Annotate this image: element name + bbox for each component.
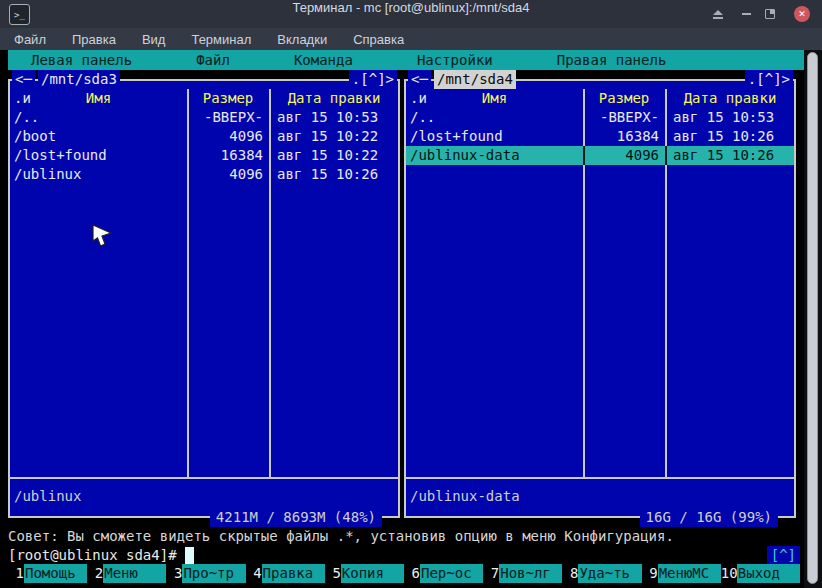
- text-cursor: [185, 547, 194, 564]
- menu-item-view[interactable]: Вид: [142, 32, 166, 47]
- mc-menu-right-panel[interactable]: Правая панель: [557, 50, 667, 70]
- file-row[interactable]: /ublinux 4096 авг 15 10:26: [10, 165, 398, 184]
- column-header-name[interactable]: Имя: [10, 89, 187, 108]
- menu-item-help[interactable]: Справка: [353, 32, 404, 47]
- column-header-size[interactable]: Размер: [585, 89, 663, 108]
- file-row[interactable]: /.. -ВВЕРХ- авг 15 10:53: [406, 108, 794, 127]
- terminal-window: >_ Терминал - mc [root@ublinux]:/mnt/sda…: [0, 0, 822, 588]
- scrollbar-track[interactable]: [804, 50, 822, 588]
- hint-line: Совет: Вы сможете видеть скрытые файлы .…: [8, 527, 800, 546]
- mc-menu-left-panel[interactable]: Левая панель: [31, 50, 132, 70]
- mc-menubar: Левая панель Файл Команда Настройки Прав…: [8, 50, 804, 70]
- left-panel-current-file: /ublinux: [14, 487, 81, 506]
- maximize-button[interactable]: [762, 6, 778, 22]
- right-panel-top-controls[interactable]: .[^]>: [745, 70, 793, 89]
- left-panel-path[interactable]: /mnt/sda3: [38, 70, 120, 89]
- mc-menu-command[interactable]: Команда: [294, 50, 353, 70]
- command-history-indicator[interactable]: [^]: [767, 546, 800, 565]
- panel-status-separator: [406, 477, 794, 479]
- fkey-menu[interactable]: 2 Меню: [87, 564, 166, 583]
- menu-item-tabs[interactable]: Вкладки: [277, 32, 327, 47]
- terminal-viewport[interactable]: Левая панель Файл Команда Настройки Прав…: [0, 50, 822, 588]
- file-row-selected[interactable]: /ublinux-data 4096 авг 15 10:26: [406, 146, 794, 165]
- shade-button[interactable]: [710, 6, 726, 22]
- command-line[interactable]: [root@ublinux sda4]#: [8, 546, 800, 565]
- file-row[interactable]: /lost+found 16384 авг 15 10:26: [406, 127, 794, 146]
- fkey-copy[interactable]: 5 Копия: [325, 564, 404, 583]
- column-header-date[interactable]: Дата правки: [667, 89, 793, 108]
- menu-item-edit[interactable]: Правка: [72, 32, 116, 47]
- mouse-cursor: [91, 222, 115, 250]
- maximize-icon: [765, 9, 775, 19]
- close-icon: ✕: [798, 6, 806, 22]
- fkey-edit[interactable]: 4 Правка: [246, 564, 325, 583]
- fkey-move[interactable]: 6 Пер~ос: [404, 564, 483, 583]
- window-title: Терминал - mc [root@ublinux]:/mnt/sda4: [0, 0, 822, 28]
- column-header-name[interactable]: Имя: [406, 89, 583, 108]
- shade-icon: [713, 10, 723, 15]
- fkey-pulldown[interactable]: 9 МенюМС: [642, 564, 721, 583]
- fkey-mkdir[interactable]: 7 Нов~лг: [483, 564, 562, 583]
- function-key-bar: 1 Помощь 2 Меню 3 Про~тр 4 Правка 5 Копи…: [8, 564, 800, 583]
- window-titlebar[interactable]: >_ Терминал - mc [root@ublinux]:/mnt/sda…: [0, 0, 822, 28]
- right-panel-path[interactable]: /mnt/sda4: [434, 70, 516, 89]
- fkey-delete[interactable]: 8 Уда~ть: [562, 564, 641, 583]
- column-header-date[interactable]: Дата правки: [271, 89, 397, 108]
- mc-menu-options[interactable]: Настройки: [417, 50, 493, 70]
- left-panel-top-controls[interactable]: .[^]>: [349, 70, 397, 89]
- app-menubar: Файл Правка Вид Терминал Вкладки Справка: [0, 28, 822, 50]
- minimize-icon: [742, 13, 751, 15]
- column-header-size[interactable]: Размер: [189, 89, 267, 108]
- right-panel-back-control[interactable]: <─: [408, 70, 431, 89]
- file-row[interactable]: /.. -ВВЕРХ- авг 15 10:53: [10, 108, 398, 127]
- left-panel-disk-usage: 4211M / 8693M (48%): [210, 508, 382, 527]
- fkey-help[interactable]: 1 Помощь: [8, 564, 87, 583]
- shell-prompt: [root@ublinux sda4]#: [8, 546, 185, 565]
- left-panel-back-control[interactable]: <─: [12, 70, 35, 89]
- menu-item-file[interactable]: Файл: [14, 32, 46, 47]
- fkey-quit[interactable]: 10 Выход: [721, 564, 800, 583]
- file-row[interactable]: /lost+found 16384 авг 15 10:22: [10, 146, 398, 165]
- file-row[interactable]: /boot 4096 авг 15 10:22: [10, 127, 398, 146]
- mc-menu-file[interactable]: Файл: [196, 50, 230, 70]
- right-panel[interactable]: <─ /mnt/sda4 .[^]> .и Имя Размер Дата пр…: [404, 79, 796, 518]
- right-panel-disk-usage: 16G / 16G (99%): [640, 508, 778, 527]
- scrollbar-thumb[interactable]: [807, 52, 818, 584]
- menu-item-terminal[interactable]: Терминал: [191, 32, 251, 47]
- left-panel-column-headers: .и Имя Размер Дата правки: [10, 89, 398, 108]
- close-button[interactable]: ✕: [794, 6, 810, 22]
- fkey-view[interactable]: 3 Про~тр: [166, 564, 245, 583]
- right-panel-current-file: /ublinux-data: [410, 487, 520, 506]
- minimize-button[interactable]: [738, 6, 754, 22]
- right-panel-column-headers: .и Имя Размер Дата правки: [406, 89, 794, 108]
- panel-status-separator: [10, 477, 398, 479]
- left-panel[interactable]: <─ /mnt/sda3 .[^]> .и Имя Размер Дата пр…: [8, 79, 400, 518]
